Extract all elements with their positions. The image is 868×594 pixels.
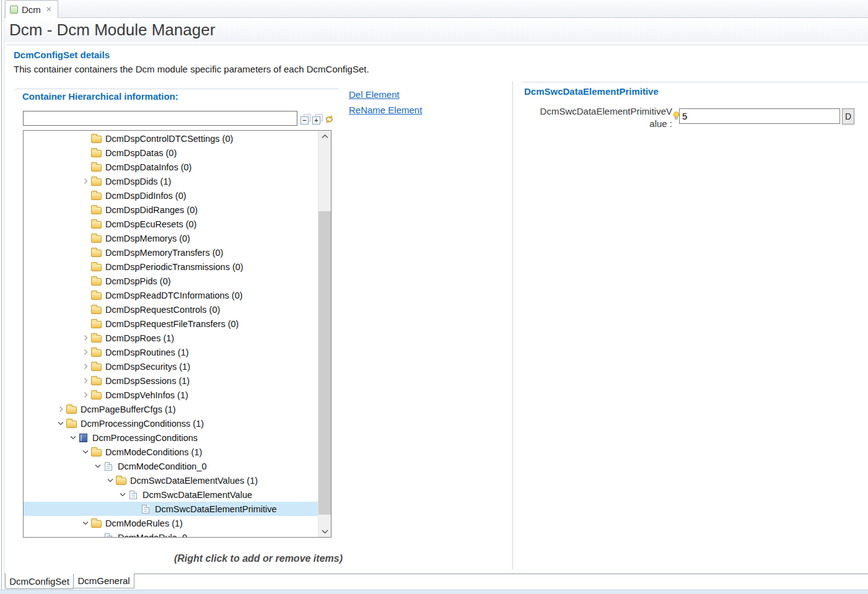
bottom-tab-strip: DcmConfigSetDcmGeneral [4,574,868,590]
bottom-status-band [0,590,868,594]
folder-icon [91,378,102,385]
tree-item-label: DcmDspRoes (1) [105,333,174,343]
folder-icon [91,264,102,271]
tree-item[interactable]: DcmModeRule_0 [24,530,318,538]
tree-item-label: DcmDspMemoryTransfers (0) [105,248,223,258]
tree-item[interactable]: DcmPageBufferCfgs (1) [24,402,318,416]
folder-icon [91,449,102,456]
form-title-bar: Dcm - Dcm Module Manager [4,18,868,42]
tree-item[interactable]: DcmDspSecuritys (1) [24,359,318,373]
tree-item-label: DcmPageBufferCfgs (1) [80,404,176,414]
tree-item[interactable]: DcmDspRequestFileTransfers (0) [24,317,318,331]
chevron-right-icon[interactable] [81,378,90,383]
rename-element-link[interactable]: ReName Element [349,105,422,115]
tree-scrollbar[interactable] [318,131,331,537]
tree-item[interactable]: DcmDspDidRanges (0) [24,203,318,217]
bottom-tab-dcmgeneral[interactable]: DcmGeneral [74,574,134,588]
folder-icon [91,364,102,371]
tree-item[interactable]: DcmSwcDataElementValues (1) [24,473,318,487]
chevron-right-icon[interactable] [81,178,90,184]
tree-item-label: DcmDspRequestFileTransfers (0) [105,319,239,329]
tree-item-label: DcmDspDidRanges (0) [105,205,198,215]
tree-item[interactable]: DcmDspPids (0) [24,274,318,288]
tree-item[interactable]: DcmProcessingConditions [24,430,318,445]
editor-tab-dcm[interactable]: Dcm ✕ [5,0,58,18]
chevron-right-icon[interactable] [81,349,90,355]
tree-item[interactable]: DcmDspMemoryTransfers (0) [24,245,318,260]
tree-item[interactable]: DcmDspDatas (0) [24,146,318,160]
tree-item[interactable]: DcmDspEcuResets (0) [24,217,318,231]
editor-tab-label: Dcm [22,4,41,15]
tree-item-label: DcmModeCondition_0 [117,461,206,471]
tree-item[interactable]: DcmDspReadDTCInformations (0) [24,288,318,302]
tree-item-label: DcmDspEcuResets (0) [105,219,196,229]
folder-icon [91,235,102,243]
tree-item[interactable]: DcmDspVehInfos (1) [24,388,318,402]
folder-icon [91,250,102,257]
primitive-value-input[interactable] [679,108,840,124]
chevron-down-icon[interactable] [105,478,115,483]
tree-item[interactable]: DcmDspPeriodicTransmissions (0) [24,260,318,274]
panel-divider [512,81,513,570]
tree-item[interactable]: DcmDspMemorys (0) [24,231,318,245]
tree-item[interactable]: DcmProcessingConditionss (1) [24,416,318,430]
tree-item[interactable]: DcmDspRoes (1) [24,331,318,345]
tree-item-label: DcmDspRequestControls (0) [105,305,220,315]
refresh-button[interactable] [324,114,335,124]
editor-tab-strip: Dcm ✕ [4,0,868,18]
container-hierarchy-tree[interactable]: DcmDspControlDTCSettings (0)DcmDspDatas … [23,130,331,538]
tree-item[interactable]: DcmModeCondition_0 [24,459,318,473]
tree-item[interactable]: DcmDspDidInfos (0) [24,188,318,203]
document-icon [105,462,112,471]
folder-icon [91,321,102,328]
tree-item[interactable]: DcmDspDataInfos (0) [24,160,318,174]
tree-item-label: DcmDspDids (1) [105,177,171,186]
chevron-down-icon[interactable] [81,449,90,455]
chevron-right-icon[interactable] [56,406,66,412]
chevron-right-icon[interactable] [81,392,90,398]
tree-item[interactable]: DcmDspRequestControls (0) [24,302,318,317]
bottom-tab-dcmconfigset[interactable]: DcmConfigSet [5,574,74,589]
chevron-right-icon[interactable] [81,364,90,369]
del-element-link[interactable]: Del Element [349,89,400,100]
document-icon [129,491,137,499]
scrollbar-thumb[interactable] [318,211,331,515]
tree-item-label: DcmProcessingConditionss (1) [80,419,204,429]
close-icon[interactable]: ✕ [46,5,52,14]
tree-item-label: DcmDspSecuritys (1) [105,362,190,372]
folder-icon [116,478,126,485]
primitive-section-border [520,82,868,85]
chevron-down-icon[interactable] [56,421,66,426]
dcm-module-manager-window: Dcm ✕ Dcm - Dcm Module Manager DcmConfig… [0,0,868,594]
chevron-down-icon[interactable] [81,520,90,526]
collapse-all-button[interactable]: − [300,114,311,124]
tree-item[interactable]: DcmSwcDataElementValue [24,487,318,502]
details-description: This container containers the Dcm module… [14,64,369,74]
tree-item[interactable]: DcmDspRoutines (1) [24,345,318,359]
scroll-down-icon[interactable] [318,526,331,537]
folder-icon [91,278,102,286]
chevron-right-icon[interactable] [81,335,90,341]
tree-item[interactable]: DcmDspSessions (1) [24,373,318,388]
tree-item-label: DcmDspRoutines (1) [105,347,189,357]
tree-item[interactable]: DcmModeRules (1) [24,516,318,530]
chevron-down-icon[interactable] [118,492,128,497]
tree-item-label: DcmProcessingConditions [92,433,198,443]
tree-filter-input[interactable] [23,111,297,126]
folder-icon [91,292,102,300]
chevron-down-icon[interactable] [93,463,103,469]
tree-item[interactable]: DcmModeConditions (1) [24,445,318,459]
tree-item-label: DcmDspReadDTCInformations (0) [105,290,243,300]
tree-item-label: DcmModeRules (1) [105,518,183,528]
tree-item[interactable]: DcmDspControlDTCSettings (0) [24,131,318,146]
module-icon [10,6,18,14]
tree-item[interactable]: DcmDspDids (1) [24,174,318,188]
chevron-down-icon[interactable] [68,435,78,440]
expand-all-button[interactable]: + [312,114,323,124]
folder-icon [91,178,102,186]
tree-item[interactable]: DcmSwcDataElementPrimitive [24,502,318,516]
tree-item-label: DcmSwcDataElementValues (1) [129,476,258,486]
folder-icon [66,406,77,414]
default-value-button[interactable]: D [842,108,854,124]
scroll-up-icon[interactable] [318,131,331,142]
